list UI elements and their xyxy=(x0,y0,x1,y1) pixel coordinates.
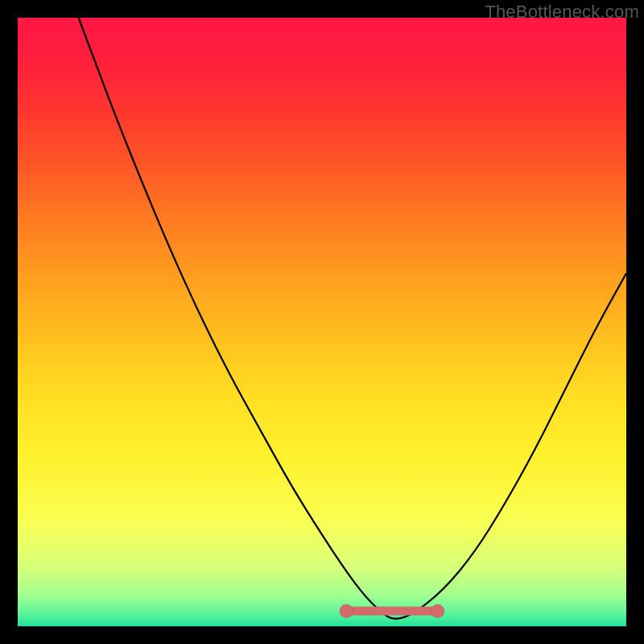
chart-frame xyxy=(18,18,626,626)
optimal-region-end-marker xyxy=(431,605,444,617)
attribution-text: TheBottleneck.com xyxy=(485,2,639,23)
optimal-region-start-marker xyxy=(340,605,353,617)
bottleneck-chart xyxy=(18,18,626,626)
